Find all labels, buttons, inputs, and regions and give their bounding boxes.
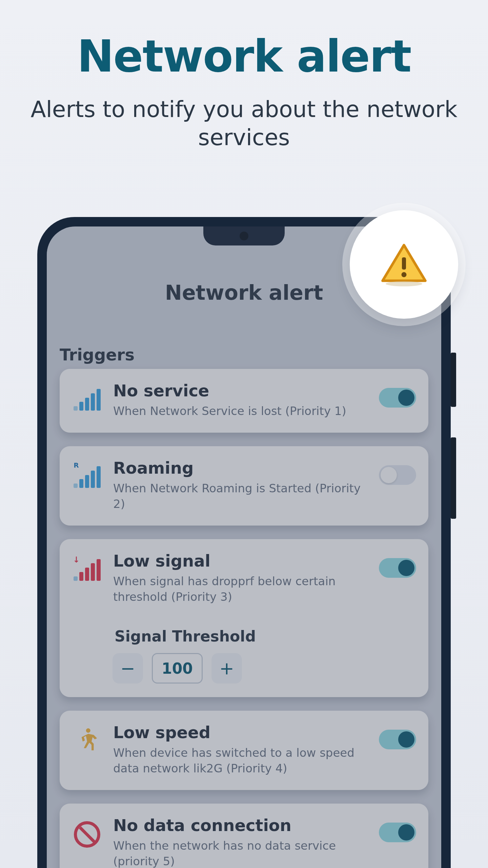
trigger-desc: When Network Roaming is Started (Priorit…	[113, 481, 368, 512]
trigger-title: Low signal	[113, 551, 368, 570]
phone-side-button	[451, 437, 456, 519]
page-subtitle: Alerts to notify you about the network s…	[0, 96, 488, 152]
phone-notch	[203, 226, 285, 245]
low-signal-bars-icon: ↓	[72, 555, 102, 585]
walking-person-icon	[72, 726, 102, 757]
page-title: Network alert	[0, 31, 488, 82]
trigger-card-low-signal[interactable]: ↓ Low signal When signal has dropprf bel…	[60, 539, 428, 697]
trigger-title: Roaming	[113, 458, 368, 477]
trigger-desc: When the network has no data service (pr…	[113, 838, 368, 868]
trigger-card-low-speed[interactable]: Low speed When device has switched to a …	[60, 711, 428, 790]
phone-side-button	[451, 353, 456, 407]
toggle-low-signal[interactable]	[379, 558, 416, 578]
hero-header: Network alert Alerts to notify you about…	[0, 0, 488, 152]
toggle-no-service[interactable]	[379, 388, 416, 408]
trigger-title: Low speed	[113, 723, 368, 742]
svg-rect-1	[402, 257, 406, 270]
toggle-no-data[interactable]	[379, 823, 416, 842]
phone-screen: Network alert Triggers No service When N…	[47, 226, 441, 868]
trigger-card-no-data[interactable]: 📶 No data connection When the network ha…	[60, 804, 428, 868]
no-data-icon: 📶	[72, 819, 102, 850]
roaming-bars-icon: R	[72, 462, 102, 492]
section-header-triggers: Triggers	[60, 345, 135, 364]
trigger-title: No data connection	[113, 816, 368, 835]
svg-point-3	[386, 281, 422, 287]
signal-bars-icon	[72, 384, 102, 415]
threshold-stepper: − 100 +	[113, 653, 416, 684]
trigger-desc: When signal has dropprf below certain th…	[113, 574, 368, 605]
toggle-low-speed[interactable]	[379, 730, 416, 749]
trigger-title: No service	[113, 381, 368, 400]
threshold-value[interactable]: 100	[152, 653, 203, 684]
threshold-increment-button[interactable]: +	[211, 653, 242, 684]
threshold-label: Signal Threshold	[115, 628, 416, 645]
alert-fab[interactable]	[350, 210, 458, 319]
trigger-card-roaming[interactable]: R Roaming When Network Roaming is Starte…	[60, 446, 428, 526]
warning-triangle-icon	[379, 239, 429, 290]
trigger-card-no-service[interactable]: No service When Network Service is lost …	[60, 369, 428, 433]
trigger-desc: When device has switched to a low speed …	[113, 745, 368, 776]
toggle-roaming[interactable]	[379, 465, 416, 485]
trigger-desc: When Network Service is lost (Priority 1…	[113, 403, 368, 419]
trigger-card-list: No service When Network Service is lost …	[60, 369, 428, 868]
threshold-decrement-button[interactable]: −	[113, 653, 143, 684]
svg-point-2	[402, 272, 407, 277]
